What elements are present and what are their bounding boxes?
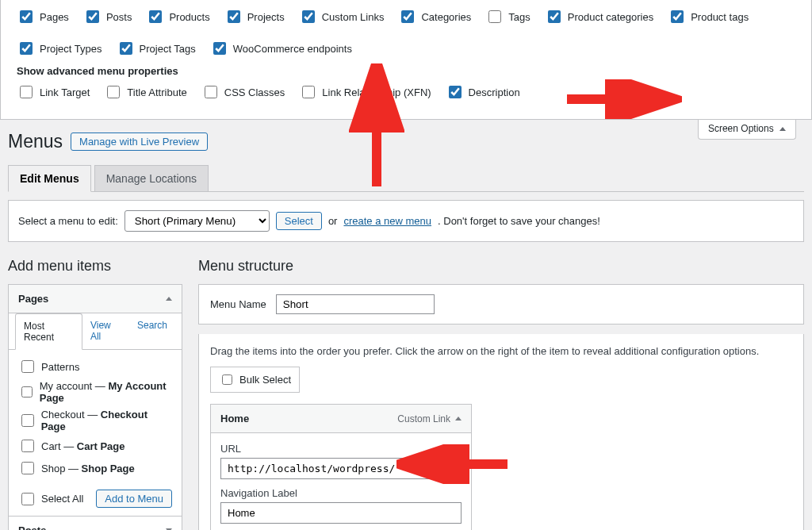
screenopt-box-2-checkbox[interactable] xyxy=(149,10,162,23)
menu-name-label: Menu Name xyxy=(210,298,266,310)
select-menu-button[interactable]: Select xyxy=(276,212,322,230)
screenopt-box-2[interactable]: Products xyxy=(146,8,209,25)
page-item-1[interactable]: My account — My Account Page xyxy=(18,380,172,404)
screenopt-box-11[interactable]: WooCommerce endpoints xyxy=(210,40,352,57)
screenopt-box-11-checkbox[interactable] xyxy=(213,42,226,55)
screenopt-adv-0[interactable]: Link Target xyxy=(17,83,90,101)
screenopt-box-10-label: Project Tags xyxy=(140,43,196,55)
screenopt-adv-3[interactable]: Link Relationship (XFN) xyxy=(299,83,431,101)
screenopt-box-7-checkbox[interactable] xyxy=(548,10,561,23)
screenopt-box-0-label: Pages xyxy=(40,11,69,23)
menu-select[interactable]: Short (Primary Menu) xyxy=(124,210,270,232)
screenopt-adv-0-checkbox[interactable] xyxy=(20,86,33,98)
screenopt-box-9-checkbox[interactable] xyxy=(20,42,33,55)
page-item-3[interactable]: Cart — Cart Page xyxy=(18,437,172,455)
subtab-most-recent[interactable]: Most Recent xyxy=(15,313,82,350)
screenopt-box-6[interactable]: Tags xyxy=(485,8,530,25)
subtab-search[interactable]: Search xyxy=(129,313,175,349)
advanced-props-label: Show advanced menu properties xyxy=(17,65,795,77)
screenopt-box-3-checkbox[interactable] xyxy=(228,10,240,23)
screenopt-adv-1[interactable]: Title Attribute xyxy=(104,83,186,101)
screenopt-box-4[interactable]: Custom Links xyxy=(299,8,385,25)
bulk-select-checkbox[interactable] xyxy=(222,374,232,385)
page-item-1-checkbox[interactable] xyxy=(21,386,33,398)
screenopt-box-1-checkbox[interactable] xyxy=(86,10,99,23)
screenopt-box-10[interactable]: Project Tags xyxy=(117,40,196,57)
caret-up-icon xyxy=(166,297,172,301)
page-item-0[interactable]: Patterns xyxy=(18,358,172,375)
menu-name-row: Menu Name xyxy=(198,284,804,325)
nav-label-input[interactable] xyxy=(220,502,462,524)
screenopt-adv-0-label: Link Target xyxy=(40,86,90,98)
menu-item-title: Home xyxy=(220,413,249,424)
screenopt-box-4-label: Custom Links xyxy=(322,11,385,23)
screenopt-box-1-label: Posts xyxy=(106,11,132,23)
page-item-2-checkbox[interactable] xyxy=(21,414,34,427)
screenopt-box-9[interactable]: Project Types xyxy=(17,40,102,57)
screenopt-box-8-checkbox[interactable] xyxy=(671,10,684,23)
screen-options-toggle[interactable]: Screen Options xyxy=(698,120,796,140)
or-text: or xyxy=(328,215,338,227)
page-item-3-checkbox[interactable] xyxy=(21,440,34,452)
menu-structure-title: Menu structure xyxy=(198,258,804,275)
screenopt-box-9-label: Project Types xyxy=(40,43,102,55)
screenopt-box-1[interactable]: Posts xyxy=(83,8,132,25)
accordion-pages-label: Pages xyxy=(18,293,48,305)
accordion-pages-header[interactable]: Pages xyxy=(9,285,182,313)
screenopt-box-6-checkbox[interactable] xyxy=(488,10,501,23)
url-input[interactable] xyxy=(220,458,462,479)
screenopt-adv-1-checkbox[interactable] xyxy=(107,86,120,98)
screenopt-box-8[interactable]: Product tags xyxy=(668,8,749,25)
screenopt-box-0-checkbox[interactable] xyxy=(20,10,33,23)
menu-name-input[interactable] xyxy=(276,294,435,314)
page-item-4-checkbox[interactable] xyxy=(21,462,34,474)
add-to-menu-button[interactable]: Add to Menu xyxy=(96,490,172,508)
bulk-select[interactable]: Bulk Select xyxy=(210,367,300,393)
screenopt-box-3-label: Projects xyxy=(247,11,285,23)
screenopt-adv-4-checkbox[interactable] xyxy=(449,86,462,98)
screenopt-adv-2-label: CSS Classes xyxy=(224,86,285,98)
screenopt-box-6-label: Tags xyxy=(508,11,530,23)
accordion-posts: Posts xyxy=(8,516,182,530)
accordion-pages: Pages Most Recent View All Search Patter… xyxy=(8,284,182,517)
screenopt-box-2-label: Products xyxy=(169,11,209,23)
screenopt-adv-3-label: Link Relationship (XFN) xyxy=(322,86,431,98)
create-menu-link[interactable]: create a new menu xyxy=(343,215,431,227)
page-item-0-checkbox[interactable] xyxy=(21,360,34,373)
select-all-checkbox[interactable] xyxy=(21,493,34,505)
screen-options-toggle-label: Screen Options xyxy=(708,123,774,134)
page-item-2-label: Checkout — Checkout Page xyxy=(41,409,172,432)
page-item-1-label: My account — My Account Page xyxy=(40,380,172,404)
tab-edit-menus[interactable]: Edit Menus xyxy=(8,165,91,192)
screenopt-box-5-label: Categories xyxy=(421,11,471,23)
screenopt-adv-3-checkbox[interactable] xyxy=(302,86,315,98)
screenopt-box-4-checkbox[interactable] xyxy=(302,10,315,23)
screenopt-adv-2-checkbox[interactable] xyxy=(205,86,217,98)
accordion-label: Posts xyxy=(18,524,46,530)
page-item-4[interactable]: Shop — Shop Page xyxy=(18,459,172,477)
screenopt-box-10-checkbox[interactable] xyxy=(120,42,132,55)
screenopt-adv-1-label: Title Attribute xyxy=(127,86,186,98)
live-preview-button[interactable]: Manage with Live Preview xyxy=(71,132,208,151)
tab-manage-locations[interactable]: Manage Locations xyxy=(94,165,209,191)
accordion-posts-header[interactable]: Posts xyxy=(9,517,182,530)
reminder-text: . Don't forget to save your changes! xyxy=(438,215,600,227)
screenopt-box-5-checkbox[interactable] xyxy=(401,10,414,23)
page-item-2[interactable]: Checkout — Checkout Page xyxy=(18,409,172,432)
page-item-4-label: Shop — Shop Page xyxy=(41,463,135,474)
select-all[interactable]: Select All xyxy=(18,490,83,508)
menu-item-handle[interactable]: Home Custom Link xyxy=(211,405,471,433)
screenopt-adv-2[interactable]: CSS Classes xyxy=(201,83,285,101)
screenopt-box-7[interactable]: Product categories xyxy=(545,8,653,25)
screenopt-box-0[interactable]: Pages xyxy=(17,8,69,25)
screenopt-box-5[interactable]: Categories xyxy=(398,8,471,25)
bulk-select-label: Bulk Select xyxy=(239,374,291,386)
screenopt-box-3[interactable]: Projects xyxy=(224,8,285,25)
screenopt-adv-4[interactable]: Description xyxy=(446,83,520,101)
subtab-view-all[interactable]: View All xyxy=(82,313,129,349)
instructions-text: Drag the items into the order you prefer… xyxy=(210,345,792,357)
page-item-0-label: Patterns xyxy=(41,361,79,373)
menu-select-row: Select a menu to edit: Short (Primary Me… xyxy=(8,200,804,242)
nav-tabs: Edit Menus Manage Locations xyxy=(8,165,804,192)
nav-label-label: Navigation Label xyxy=(220,487,462,499)
